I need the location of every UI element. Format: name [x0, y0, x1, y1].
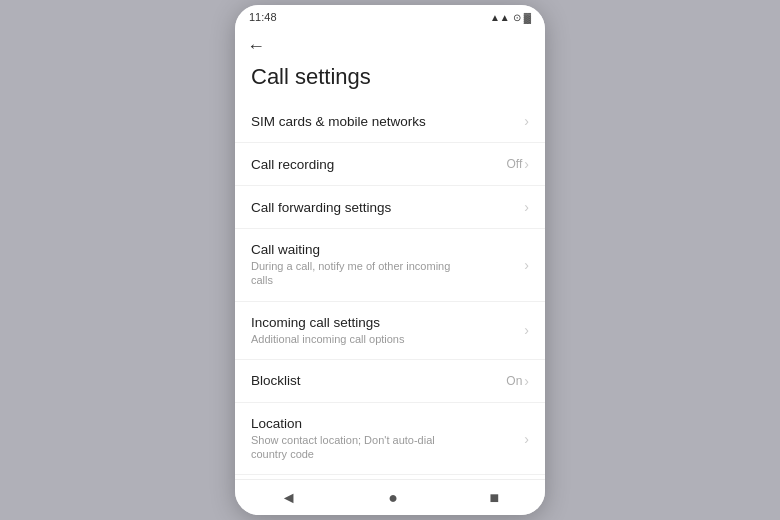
nav-recents-button[interactable]: ■ — [490, 489, 500, 507]
back-button[interactable]: ← — [247, 36, 265, 56]
chevron-icon: › — [524, 373, 529, 389]
phone-frame: 11:48 ▲▲ ⊙ ▓ ← Call settings SIM cards &… — [235, 5, 545, 515]
setting-left: Call recording — [251, 157, 507, 172]
setting-title: Incoming call settings — [251, 315, 524, 330]
status-bar: 11:48 ▲▲ ⊙ ▓ — [235, 5, 545, 29]
setting-right: › — [524, 257, 529, 273]
setting-item-call-waiting[interactable]: Call waiting During a call, notify me of… — [235, 229, 545, 302]
nav-home-button[interactable]: ● — [388, 489, 398, 507]
setting-title: SIM cards & mobile networks — [251, 114, 524, 129]
status-value: Off — [507, 157, 523, 171]
top-bar: ← — [235, 29, 545, 60]
status-value: On — [506, 374, 522, 388]
setting-left: SIM cards & mobile networks — [251, 114, 524, 129]
setting-right: Off › — [507, 156, 529, 172]
settings-list: SIM cards & mobile networks › Call recor… — [235, 100, 545, 479]
setting-item-location[interactable]: Location Show contact location; Don't au… — [235, 403, 545, 476]
wifi-icon: ⊙ — [513, 12, 521, 23]
setting-right: › — [524, 431, 529, 447]
setting-left: Incoming call settings Additional incomi… — [251, 315, 524, 346]
setting-subtitle: During a call, notify me of other incomi… — [251, 259, 461, 288]
setting-right: › — [524, 322, 529, 338]
setting-item-incoming-call[interactable]: Incoming call settings Additional incomi… — [235, 302, 545, 360]
battery-icon: ▓ — [524, 12, 531, 23]
status-time: 11:48 — [249, 11, 277, 23]
signal-icon: ▲▲ — [490, 12, 510, 23]
chevron-icon: › — [524, 156, 529, 172]
chevron-icon: › — [524, 257, 529, 273]
setting-subtitle: Show contact location; Don't auto-dial c… — [251, 433, 461, 462]
setting-title: Call waiting — [251, 242, 524, 257]
setting-left: Call waiting During a call, notify me of… — [251, 242, 524, 288]
chevron-icon: › — [524, 113, 529, 129]
setting-item-blocklist[interactable]: Blocklist On › — [235, 360, 545, 403]
chevron-icon: › — [524, 322, 529, 338]
setting-left: Blocklist — [251, 373, 506, 388]
screen-content: ← Call settings SIM cards & mobile netwo… — [235, 29, 545, 479]
setting-title: Location — [251, 416, 524, 431]
chevron-icon: › — [524, 431, 529, 447]
setting-left: Call forwarding settings — [251, 200, 524, 215]
setting-left: Location Show contact location; Don't au… — [251, 416, 524, 462]
setting-title: Blocklist — [251, 373, 506, 388]
setting-title: Call forwarding settings — [251, 200, 524, 215]
setting-item-sim-cards[interactable]: SIM cards & mobile networks › — [235, 100, 545, 143]
setting-right: › — [524, 113, 529, 129]
chevron-icon: › — [524, 199, 529, 215]
nav-back-button[interactable]: ◄ — [281, 489, 297, 507]
setting-title: Call recording — [251, 157, 507, 172]
setting-right: › — [524, 199, 529, 215]
nav-bar: ◄ ● ■ — [235, 479, 545, 515]
status-icons: ▲▲ ⊙ ▓ — [490, 12, 531, 23]
setting-item-call-recording[interactable]: Call recording Off › — [235, 143, 545, 186]
setting-item-call-forwarding[interactable]: Call forwarding settings › — [235, 186, 545, 229]
setting-subtitle: Additional incoming call options — [251, 332, 461, 346]
page-title: Call settings — [235, 60, 545, 100]
setting-right: On › — [506, 373, 529, 389]
